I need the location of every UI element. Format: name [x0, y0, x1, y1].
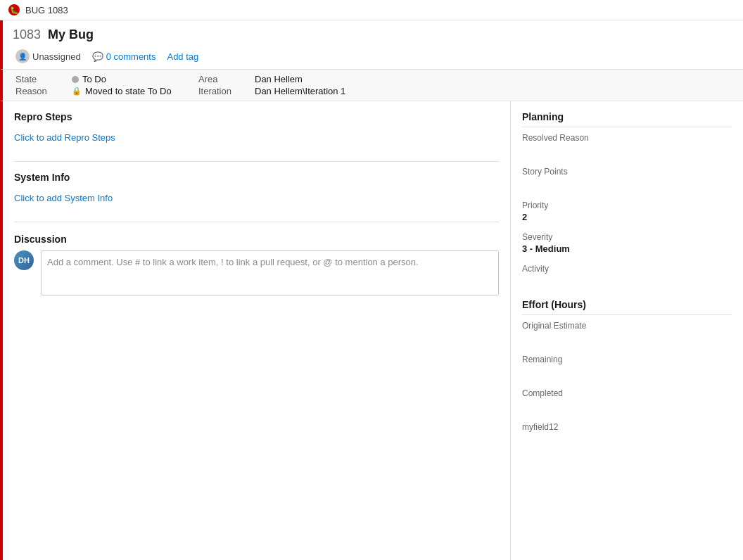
area-label: Area — [198, 74, 255, 84]
work-item-id: 1083 — [13, 27, 41, 42]
state-value[interactable]: To Do — [72, 74, 198, 84]
remaining-label: Remaining — [522, 355, 732, 364]
meta-row: 👤 Unassigned 💬 0 comments Add tag — [0, 46, 743, 69]
fields-row: State To Do Area Dan Hellem Reason 🔒 Mov… — [0, 69, 743, 101]
reason-label: Reason — [15, 86, 72, 96]
comments-wrapper[interactable]: 💬 0 comments — [92, 51, 156, 62]
planning-title: Planning — [522, 111, 732, 127]
add-tag-button[interactable]: Add tag — [167, 51, 198, 62]
system-info-title: System Info — [14, 172, 499, 183]
myfield12-label: myfield12 — [522, 422, 732, 432]
state-dot — [72, 76, 79, 83]
avatar-icon: 👤 — [15, 49, 30, 63]
completed-row: Completed — [522, 388, 732, 412]
activity-row: Activity — [522, 264, 732, 288]
discussion-title: Discussion — [14, 234, 499, 245]
system-info-placeholder[interactable]: Click to add System Info — [14, 189, 499, 208]
discussion-input-area: DH Add a comment. Use # to link a work i… — [14, 250, 499, 295]
completed-value[interactable] — [522, 400, 732, 412]
top-bar-title: BUG 1083 — [25, 5, 68, 15]
remaining-row: Remaining — [522, 355, 732, 378]
iteration-label: Iteration — [198, 86, 255, 96]
severity-label: Severity — [522, 232, 732, 242]
assigned-to-wrapper: 👤 Unassigned — [15, 49, 81, 63]
activity-value[interactable] — [522, 275, 732, 288]
completed-label: Completed — [522, 388, 732, 398]
title-row: 1083 My Bug — [0, 20, 743, 46]
severity-row: Severity 3 - Medium — [522, 232, 732, 254]
iteration-value[interactable]: Dan Hellem\Iteration 1 — [255, 86, 733, 96]
resolved-reason-label: Resolved Reason — [522, 133, 732, 143]
myfield12-value[interactable] — [522, 433, 732, 446]
story-points-label: Story Points — [522, 167, 732, 177]
repro-steps-title: Repro Steps — [14, 111, 499, 122]
priority-label: Priority — [522, 201, 732, 210]
main-layout: Repro Steps Click to add Repro Steps Sys… — [0, 101, 743, 560]
priority-row: Priority 2 — [522, 201, 732, 222]
remaining-value[interactable] — [522, 366, 732, 378]
discussion-section: Discussion DH Add a comment. Use # to li… — [14, 234, 499, 295]
comment-icon: 💬 — [92, 51, 103, 62]
area-value[interactable]: Dan Hellem — [255, 74, 733, 84]
repro-steps-section: Repro Steps Click to add Repro Steps — [14, 111, 499, 147]
effort-title: Effort (Hours) — [522, 299, 732, 315]
repro-steps-placeholder[interactable]: Click to add Repro Steps — [14, 128, 499, 147]
comment-input-box[interactable]: Add a comment. Use # to link a work item… — [41, 250, 499, 295]
right-panel: Planning Resolved Reason Story Points Pr… — [511, 101, 743, 560]
bug-icon: 🐛 — [8, 4, 20, 15]
activity-label: Activity — [522, 264, 732, 274]
original-estimate-value[interactable] — [522, 332, 732, 345]
myfield12-row: myfield12 — [522, 422, 732, 446]
original-estimate-row: Original Estimate — [522, 321, 732, 345]
divider-1 — [14, 161, 499, 162]
system-info-section: System Info Click to add System Info — [14, 172, 499, 208]
reason-text: Moved to state To Do — [85, 86, 172, 96]
left-panel: Repro Steps Click to add Repro Steps Sys… — [3, 101, 511, 560]
user-avatar: DH — [14, 250, 34, 270]
original-estimate-label: Original Estimate — [522, 321, 732, 331]
priority-value[interactable]: 2 — [522, 212, 732, 222]
reason-value[interactable]: 🔒 Moved to state To Do — [72, 86, 198, 96]
resolved-reason-row: Resolved Reason — [522, 133, 732, 157]
assigned-to-label[interactable]: Unassigned — [32, 51, 81, 62]
severity-value[interactable]: 3 - Medium — [522, 243, 732, 254]
comments-count: 0 comments — [106, 51, 156, 62]
story-points-row: Story Points — [522, 167, 732, 191]
lock-icon: 🔒 — [72, 87, 82, 96]
state-label: State — [15, 74, 72, 84]
resolved-reason-value[interactable] — [522, 144, 732, 157]
work-item-title[interactable]: My Bug — [48, 27, 94, 42]
state-text: To Do — [82, 74, 106, 84]
comment-placeholder: Add a comment. Use # to link a work item… — [47, 257, 419, 267]
top-bar: 🐛 BUG 1083 — [0, 0, 743, 20]
story-points-value[interactable] — [522, 178, 732, 191]
divider-2 — [14, 222, 499, 222]
